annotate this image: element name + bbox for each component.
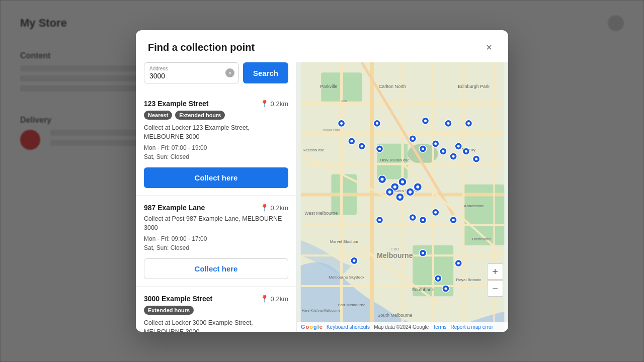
svg-text:Richmond: Richmond — [472, 237, 491, 241]
collect-button-2[interactable]: Collect here — [144, 258, 288, 279]
svg-point-56 — [409, 191, 412, 194]
zoom-in-button[interactable]: + — [487, 263, 503, 280]
svg-point-104 — [353, 259, 355, 262]
location-2-address: Collect at Post 987 Example Lane, MELBOU… — [144, 215, 288, 232]
location-2-weekday-hours: Mon - Fri: 09:00 - 17:00 — [144, 235, 288, 242]
map-footer: Google Keyboard shortcuts Map data ©2024… — [297, 322, 508, 332]
svg-point-62 — [412, 137, 414, 140]
svg-point-48 — [393, 186, 396, 189]
svg-point-74 — [465, 150, 467, 152]
svg-point-78 — [350, 140, 353, 142]
svg-text:West Melbourne: West Melbourne — [304, 211, 338, 216]
svg-text:Royal Park: Royal Park — [323, 128, 340, 132]
badge-extended-3: Extended hours — [144, 306, 194, 315]
svg-point-98 — [434, 211, 437, 214]
svg-point-86 — [424, 120, 427, 122]
location-1-address: Collect at Locker 123 Example Street, ME… — [144, 124, 288, 141]
svg-text:Royal Botanic: Royal Botanic — [456, 278, 481, 282]
location-1-distance: 📍 0.2km — [260, 100, 288, 108]
svg-point-70 — [452, 155, 455, 158]
location-2-weekend-hours: Sat, Sun: Closed — [144, 244, 288, 251]
svg-text:Port Melbourne: Port Melbourne — [338, 303, 366, 307]
svg-point-92 — [378, 219, 381, 221]
location-2-header: 987 Example Lane 📍 0.2km — [144, 204, 288, 212]
map-data-text: Map data ©2024 Google — [374, 324, 429, 330]
svg-point-58 — [416, 186, 419, 189]
pin-icon-2: 📍 — [260, 204, 269, 212]
svg-point-54 — [398, 196, 401, 199]
svg-point-60 — [378, 147, 381, 150]
svg-point-68 — [442, 150, 444, 152]
location-1-badges: Nearest Extended hours — [144, 111, 288, 120]
svg-text:CBD: CBD — [390, 247, 399, 251]
svg-text:Marvel Stadium: Marvel Stadium — [330, 239, 358, 244]
modal-body: Address × Search 123 Example Street 📍 — [136, 62, 508, 332]
svg-point-50 — [401, 180, 404, 184]
location-1-weekend-hours: Sat, Sun: Closed — [144, 153, 288, 160]
location-3-distance: 📍 0.2km — [260, 295, 288, 303]
location-1-name: 123 Example Street — [144, 100, 208, 108]
map-controls: + − — [487, 263, 503, 297]
location-3-badges: Extended hours — [144, 306, 288, 315]
terms-link[interactable]: Terms — [433, 324, 446, 330]
svg-point-72 — [457, 145, 460, 147]
svg-point-106 — [457, 262, 460, 264]
google-logo: Google — [301, 324, 323, 330]
svg-text:Melbourne: Melbourne — [377, 251, 413, 259]
map-pin — [378, 175, 386, 184]
clear-input-button[interactable]: × — [225, 68, 234, 77]
svg-point-108 — [437, 277, 439, 280]
map-container[interactable]: Flinders Street Royal Park A60 Parkville… — [297, 62, 508, 332]
location-3-address: Collect at Locker 3000 Example Street, M… — [144, 319, 288, 332]
svg-point-66 — [434, 142, 437, 145]
modal-title: Find a collection point — [148, 42, 255, 53]
location-item-2: 987 Example Lane 📍 0.2km Collect at Post… — [136, 196, 296, 287]
svg-text:Abbotsford: Abbotsford — [464, 204, 484, 208]
location-item-1: 123 Example Street 📍 0.2km Nearest Exten… — [136, 92, 296, 196]
svg-text:Melbourne Skydeck: Melbourne Skydeck — [329, 275, 365, 280]
svg-text:Hare Krishna Melbourne: Hare Krishna Melbourne — [302, 309, 341, 312]
badge-nearest: Nearest — [144, 111, 172, 120]
collect-button-1[interactable]: Collect here — [144, 167, 288, 188]
svg-text:Parkville: Parkville — [320, 84, 337, 89]
svg-point-46 — [381, 178, 384, 181]
left-panel: Address × Search 123 Example Street 📍 — [136, 62, 297, 332]
collection-point-modal: Find a collection point × Address × Sear… — [136, 30, 508, 332]
svg-point-110 — [444, 288, 447, 290]
svg-point-96 — [422, 219, 424, 221]
location-3-header: 3000 Example Street 📍 0.2km — [144, 295, 288, 303]
report-error-link[interactable]: Report a map error — [450, 324, 493, 330]
svg-point-88 — [447, 122, 449, 125]
pin-icon-1: 📍 — [260, 100, 269, 108]
close-button[interactable]: × — [482, 40, 496, 54]
address-label: Address — [144, 63, 238, 71]
pin-icon-3: 📍 — [260, 295, 269, 303]
svg-point-90 — [467, 122, 470, 125]
svg-point-64 — [422, 147, 424, 150]
search-button[interactable]: Search — [243, 62, 288, 83]
map-svg: Flinders Street Royal Park A60 Parkville… — [297, 62, 508, 332]
svg-text:South Melbourne: South Melbourne — [377, 313, 412, 318]
location-1-weekday-hours: Mon - Fri: 07:00 - 19:00 — [144, 144, 288, 151]
svg-point-94 — [412, 216, 414, 219]
svg-point-84 — [376, 122, 378, 125]
keyboard-shortcuts-link[interactable]: Keyboard shortcuts — [327, 324, 370, 330]
modal-header: Find a collection point × — [136, 30, 508, 62]
svg-text:Edinburgh Park: Edinburgh Park — [458, 84, 490, 89]
svg-point-76 — [475, 158, 477, 160]
svg-text:Univ. Melbourne: Univ. Melbourne — [380, 158, 410, 162]
location-2-name: 987 Example Lane — [144, 204, 205, 212]
locations-list: 123 Example Street 📍 0.2km Nearest Exten… — [136, 92, 296, 332]
badge-extended-1: Extended hours — [175, 111, 225, 120]
location-1-header: 123 Example Street 📍 0.2km — [144, 100, 288, 108]
address-input-wrapper: Address × — [144, 62, 239, 83]
map-panel: Flinders Street Royal Park A60 Parkville… — [297, 62, 508, 332]
search-bar: Address × Search — [136, 62, 296, 92]
svg-point-102 — [422, 252, 424, 254]
modal-overlay: Find a collection point × Address × Sear… — [0, 0, 644, 362]
address-input[interactable] — [144, 72, 238, 83]
svg-text:Southbank: Southbank — [412, 287, 434, 292]
svg-point-100 — [452, 219, 455, 221]
location-2-distance: 📍 0.2km — [260, 204, 288, 212]
zoom-out-button[interactable]: − — [487, 281, 503, 297]
